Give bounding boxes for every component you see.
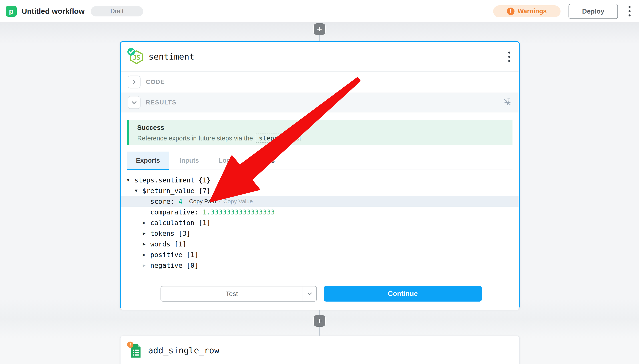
success-message: Reference exports in future steps via th… bbox=[137, 135, 253, 142]
results-section-header[interactable]: RESULTS bbox=[121, 93, 519, 112]
test-button[interactable]: Test bbox=[161, 286, 317, 302]
tab-exports[interactable]: Exports bbox=[127, 152, 169, 170]
workflow-canvas: + + JS sentiment bbox=[0, 23, 639, 364]
success-title: Success bbox=[137, 124, 512, 131]
tree-row-comparative[interactable]: comparative: 1.3333333333333333 bbox=[121, 207, 519, 217]
tree-key: positive bbox=[150, 251, 183, 259]
tree-count: [3] bbox=[174, 230, 190, 237]
deploy-button[interactable]: Deploy bbox=[568, 4, 618, 19]
results-section-label: RESULTS bbox=[146, 99, 177, 106]
warning-icon: ! bbox=[507, 8, 514, 15]
tree-row-positive[interactable]: ▶positive [1] bbox=[121, 249, 519, 260]
pipedream-logo-icon[interactable]: p bbox=[6, 6, 17, 17]
step-card-add-single-row[interactable]: ! add_single_row bbox=[120, 336, 520, 364]
copy-value-button[interactable]: Copy Value bbox=[223, 198, 253, 205]
step-menu-button[interactable] bbox=[506, 50, 513, 64]
chevron-right-icon[interactable] bbox=[128, 76, 141, 88]
workflow-builder: p Untitled workflow Draft ! Warnings Dep… bbox=[0, 0, 639, 364]
tree-count: {7} bbox=[195, 187, 211, 195]
warning-badge-glyph: ! bbox=[130, 342, 131, 347]
tree-value: 1.3333333333333333 bbox=[199, 208, 275, 216]
tree-key: $return_value bbox=[142, 187, 195, 195]
warnings-label: Warnings bbox=[518, 8, 547, 15]
tree-key: calculation bbox=[150, 219, 195, 227]
tree-count: [1] bbox=[170, 240, 186, 248]
tree-count: [1] bbox=[183, 251, 199, 259]
tree-value: 4 bbox=[174, 198, 182, 205]
warnings-badge[interactable]: ! Warnings bbox=[493, 5, 560, 17]
tree-row-$return_value[interactable]: ▼$return_value {7} bbox=[121, 185, 519, 196]
workflow-menu-button[interactable] bbox=[626, 4, 633, 18]
tree-count: {1} bbox=[195, 176, 211, 184]
success-check-icon bbox=[127, 48, 135, 56]
tab-logs[interactable]: Logs bbox=[210, 152, 243, 170]
caret-right-icon[interactable]: ▶ bbox=[143, 241, 150, 247]
step-card-sentiment[interactable]: JS sentiment CODE RESULTS bbox=[120, 41, 520, 309]
caret-right-icon[interactable]: ▶ bbox=[143, 252, 150, 257]
google-sheets-step-icon: ! bbox=[126, 342, 144, 359]
draft-status-badge: Draft bbox=[91, 6, 143, 16]
tree-key: comparative: bbox=[150, 208, 199, 216]
unpin-icon[interactable] bbox=[502, 97, 512, 108]
exports-tree: ▼steps.sentiment {1}▼$return_value {7}sc… bbox=[121, 175, 519, 271]
edge-connector bbox=[319, 34, 320, 42]
tree-count: [0] bbox=[183, 262, 199, 269]
test-button-label[interactable]: Test bbox=[161, 286, 303, 301]
add-step-button-middle[interactable]: + bbox=[314, 315, 325, 327]
tab-details[interactable]: Details bbox=[243, 152, 285, 170]
svg-text:JS: JS bbox=[133, 54, 140, 61]
tree-row-steps.sentiment[interactable]: ▼steps.sentiment {1} bbox=[121, 175, 519, 185]
code-section-label: CODE bbox=[146, 79, 165, 86]
workflow-title[interactable]: Untitled workflow bbox=[22, 7, 85, 16]
results-tabs: ExportsInputsLogsDetails bbox=[127, 152, 512, 170]
tree-key: steps.sentiment bbox=[134, 176, 195, 184]
tree-row-score[interactable]: score: 4Copy Path·Copy Value bbox=[121, 196, 519, 207]
caret-down-icon[interactable]: ▼ bbox=[135, 188, 142, 193]
tree-key: negative bbox=[150, 262, 183, 269]
step-name[interactable]: sentiment bbox=[149, 52, 194, 62]
tree-row-negative[interactable]: ▶negative [0] bbox=[121, 260, 519, 271]
code-section-header[interactable]: CODE bbox=[121, 72, 519, 92]
steps-code-token[interactable]: steps bbox=[256, 134, 281, 143]
tree-key: words bbox=[150, 240, 170, 248]
caret-right-icon[interactable]: ▶ bbox=[143, 263, 150, 268]
caret-down-icon[interactable]: ▼ bbox=[127, 177, 134, 183]
step-name[interactable]: add_single_row bbox=[148, 346, 219, 355]
tree-key: score: bbox=[150, 198, 174, 205]
caret-right-icon[interactable]: ▶ bbox=[143, 231, 150, 236]
step-header: JS sentiment bbox=[121, 42, 519, 72]
test-options-dropdown[interactable] bbox=[303, 286, 316, 301]
success-message-suffix: object bbox=[284, 135, 301, 142]
results-panel: Success Reference exports in future step… bbox=[121, 113, 519, 310]
tree-row-words[interactable]: ▶words [1] bbox=[121, 239, 519, 249]
separator-dot: · bbox=[219, 198, 221, 205]
chevron-down-icon[interactable] bbox=[128, 96, 141, 109]
tree-key: tokens bbox=[150, 230, 174, 237]
success-banner: Success Reference exports in future step… bbox=[127, 120, 512, 145]
caret-right-icon[interactable]: ▶ bbox=[143, 220, 150, 225]
add-step-button-top[interactable]: + bbox=[314, 23, 325, 35]
copy-path-button[interactable]: Copy Path bbox=[189, 198, 216, 205]
tab-inputs[interactable]: Inputs bbox=[169, 152, 210, 170]
tree-count: [1] bbox=[195, 219, 211, 227]
tree-row-tokens[interactable]: ▶tokens [3] bbox=[121, 228, 519, 239]
nodejs-step-icon: JS bbox=[127, 48, 145, 66]
top-bar: p Untitled workflow Draft ! Warnings Dep… bbox=[0, 0, 639, 23]
continue-button[interactable]: Continue bbox=[324, 286, 482, 302]
tree-row-calculation[interactable]: ▶calculation [1] bbox=[121, 217, 519, 228]
